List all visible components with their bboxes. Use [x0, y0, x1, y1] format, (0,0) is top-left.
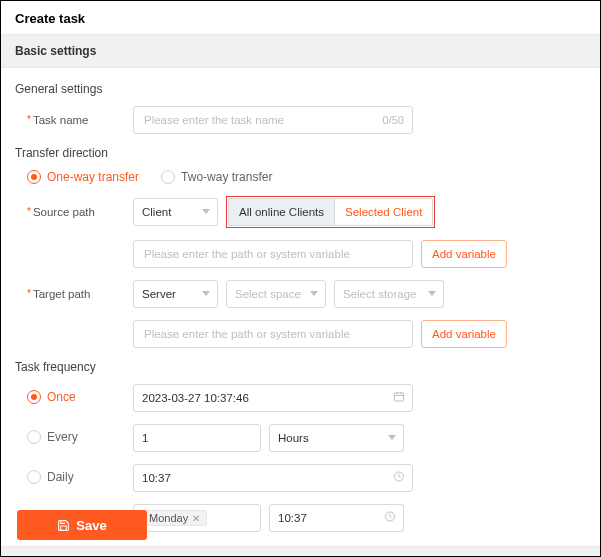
daily-time-input[interactable]: 10:37: [133, 464, 413, 492]
two-way-transfer-radio[interactable]: Two-way transfer: [161, 170, 272, 184]
page-title: Create task: [1, 1, 600, 34]
source-path-label: Source path: [15, 206, 133, 218]
source-path-field[interactable]: [142, 247, 404, 261]
target-path-label: Target path: [15, 288, 133, 300]
source-type-value: Client: [142, 206, 171, 218]
every-radio[interactable]: Every: [27, 430, 78, 444]
basic-settings-header[interactable]: Basic settings: [1, 34, 600, 68]
every-value: 1: [142, 432, 148, 444]
client-scope-toggle: All online Clients Selected Client: [228, 198, 433, 226]
target-type-value: Server: [142, 288, 176, 300]
daily-radio[interactable]: Daily: [27, 470, 74, 484]
task-name-field[interactable]: [142, 113, 377, 127]
clock-icon: [393, 471, 405, 486]
source-path-input[interactable]: [133, 240, 413, 268]
daily-label: Daily: [47, 470, 74, 484]
svg-point-1: [395, 472, 404, 481]
one-way-label: One-way transfer: [47, 170, 139, 184]
source-type-select[interactable]: Client: [133, 198, 218, 226]
select-space[interactable]: Select space: [226, 280, 326, 308]
radio-icon: [27, 390, 41, 404]
selected-client-btn[interactable]: Selected Client: [334, 199, 432, 225]
radio-icon: [27, 170, 41, 184]
every-label: Every: [47, 430, 78, 444]
chevron-down-icon: [428, 290, 436, 298]
calendar-icon: [393, 391, 405, 406]
once-label: Once: [47, 390, 76, 404]
task-name-input[interactable]: 0/50: [133, 106, 413, 134]
every-unit-select[interactable]: Hours: [269, 424, 404, 452]
one-way-transfer-radio[interactable]: One-way transfer: [27, 170, 139, 184]
two-way-label: Two-way transfer: [181, 170, 272, 184]
radio-icon: [161, 170, 175, 184]
save-label: Save: [76, 518, 106, 533]
radio-icon: [27, 470, 41, 484]
chevron-down-icon: [310, 290, 318, 298]
task-frequency-heading: Task frequency: [15, 360, 586, 374]
once-datetime-value: 2023-03-27 10:37:46: [142, 392, 249, 404]
once-datetime-input[interactable]: 2023-03-27 10:37:46: [133, 384, 413, 412]
every-unit-value: Hours: [278, 432, 309, 444]
once-radio[interactable]: Once: [27, 390, 76, 404]
daily-time-value: 10:37: [142, 472, 171, 484]
basic-settings-body: General settings Task name 0/50 Transfer…: [1, 68, 600, 546]
source-add-variable-button[interactable]: Add variable: [421, 240, 507, 268]
select-space-placeholder: Select space: [235, 288, 301, 300]
chevron-down-icon: [202, 290, 210, 298]
target-path-input[interactable]: [133, 320, 413, 348]
target-path-field[interactable]: [142, 327, 404, 341]
every-value-input[interactable]: 1: [133, 424, 261, 452]
transfer-direction-heading: Transfer direction: [15, 146, 586, 160]
chevron-down-icon: [388, 434, 396, 442]
select-storage[interactable]: Select storage: [334, 280, 444, 308]
create-task-window: Create task Basic settings General setti…: [0, 0, 601, 557]
save-button[interactable]: Save: [17, 510, 147, 540]
task-name-label: Task name: [15, 114, 133, 126]
target-type-select[interactable]: Server: [133, 280, 218, 308]
save-bar: Save: [1, 498, 600, 556]
save-icon: [57, 519, 70, 532]
radio-icon: [27, 430, 41, 444]
target-add-variable-button[interactable]: Add variable: [421, 320, 507, 348]
all-online-clients-btn[interactable]: All online Clients: [229, 199, 334, 225]
client-scope-highlight: All online Clients Selected Client: [226, 196, 435, 228]
chevron-down-icon: [202, 208, 210, 216]
general-settings-heading: General settings: [15, 82, 586, 96]
svg-rect-0: [395, 393, 404, 401]
select-storage-placeholder: Select storage: [343, 288, 417, 300]
task-name-counter: 0/50: [377, 114, 404, 126]
